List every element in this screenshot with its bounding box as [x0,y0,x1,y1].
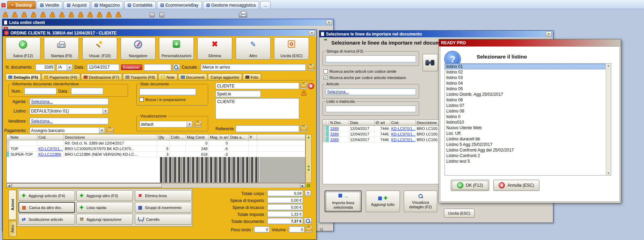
tab-desktop[interactable]: Desktop [7,1,36,9]
list-item[interactable]: Listino 08 [445,108,611,114]
data-input[interactable]: 12/04/2017 [87,64,119,71]
visualizzazione-folder-button[interactable] [195,121,202,127]
listino-select[interactable]: DEFAULT(listino 01) [30,108,108,114]
insert-groups-button[interactable]: Gruppi di inserimento [135,202,192,213]
chevron-down-icon[interactable] [187,121,192,127]
scroll-down-icon[interactable]: ▼ [607,172,610,175]
tab-acquisti[interactable]: Acquisti [63,1,90,9]
search-input[interactable] [326,55,416,62]
list-item[interactable]: Listino Confronti Agg del 25/02/2017 [445,147,611,153]
view-detail-button[interactable]: Visualizza dettaglio (F2) [404,191,437,212]
scroll-up-icon[interactable] [307,135,310,139]
table-row[interactable]: TOP KD-LC970/1... BRO LC1000/51/57/970 B… [7,146,305,152]
list-item[interactable]: listino 05 [445,86,611,92]
indirizzo-textarea[interactable]: CLIENTE [215,98,299,119]
col-data[interactable]: Data a... [229,134,249,140]
add-other-button[interactable]: Aggiungi altro (F3) [76,190,133,201]
suffix-select[interactable]: /A [56,64,73,71]
delete-line-button[interactable]: Elimina linea [135,190,192,201]
table-row[interactable]: SUPER-TOP KD-LC123BK BRO LC123BK (NEW VE… [7,152,305,157]
user-shortcut-icon[interactable] [88,12,92,17]
exit-button[interactable]: Uscita (ESC) [274,37,309,60]
table-vertical-scrollbar[interactable] [305,134,312,183]
load-from-doc-button[interactable]: Carica da altro doc. [18,202,75,213]
col-ndoc[interactable]: N.Doc. [329,120,349,125]
tool-shortcut-icon[interactable] [159,13,164,17]
refresh-recycle-icon[interactable] [306,183,311,188]
article-code-link[interactable]: KD-LC970/1... [391,126,416,131]
list-item[interactable]: Listino duracell bb [445,136,611,142]
delete-button[interactable]: Elimina [197,37,232,60]
col-cod[interactable]: Cod. [37,134,64,140]
tab-more[interactable]: ... [260,1,271,9]
tool-shortcut-icon[interactable] [150,13,154,17]
tab-ecommerce[interactable]: Ecommerce/eBay [157,1,202,9]
tab-campi-aggiuntivi[interactable]: Campi aggiuntivi [208,73,242,80]
user-shortcut-icon[interactable] [3,12,7,17]
chevron-down-icon[interactable] [67,64,72,70]
execute-search-button[interactable] [423,54,438,71]
article-code-link[interactable]: KD-LC970/1... [391,132,416,136]
list-item[interactable]: List. Uff. [445,131,611,136]
list-item[interactable]: listino 01 [445,64,611,69]
rif-data-input[interactable] [71,88,103,94]
table-row[interactable]: Rif. Ord.cl. N. 3389 del 12/04/2017 0 0 [7,140,305,146]
col-data[interactable]: Data [349,120,374,125]
col-p[interactable]: P [249,134,257,140]
list-item[interactable]: Listino Confronti 2 [445,153,611,158]
col-note[interactable]: Note [9,134,37,140]
articolo-field[interactable]: Seleziona... [326,88,416,95]
add-repair-button[interactable]: Aggiungi riparazione [76,214,133,225]
volume-input[interactable]: 0 [289,226,304,232]
doc-link[interactable]: 3389 [330,126,339,131]
similar-code-checkbox[interactable] [324,69,328,73]
chevron-down-icon[interactable] [103,108,108,114]
side-tab-altro[interactable]: Altro [8,221,16,237]
article-code-link[interactable]: KD-LC123BK [38,152,61,156]
scroll-up-icon[interactable] [307,164,310,168]
col-mag-arr[interactable]: Mag. in arr. [209,134,229,140]
customizations-button[interactable]: Personalizzazioni [159,37,194,60]
list-item[interactable]: listino 06 [445,97,611,103]
pagamento-select[interactable]: Assegno bancario [30,127,105,134]
causale-folder-button[interactable] [308,64,315,71]
scroll-up-icon[interactable]: ▲ [607,64,610,67]
tab-trasporto[interactable]: Trasporto (F8) [123,73,158,80]
list-item[interactable]: Listino test 5 [445,158,611,164]
user-shortcut-icon[interactable] [31,12,36,17]
totale-search-button[interactable] [304,218,312,224]
import-selected-line-button[interactable]: Importa linea selezionata [325,191,362,212]
pagamento-folder-button[interactable] [107,127,114,134]
col-qty[interactable]: Qty [157,134,170,140]
tab-contabilita[interactable]: Contabilità [124,1,156,9]
tab-foto[interactable]: Foto [243,73,261,80]
exit-button[interactable]: Uscita (ESC) [444,209,475,218]
cliente-input[interactable]: CLIENTE [215,83,299,89]
user-shortcut-icon[interactable] [97,12,101,17]
col-mag-centr[interactable]: Mag Centr. [186,134,209,140]
navigator-button[interactable]: Navigatore [121,37,156,60]
doc-link[interactable]: 3389 [330,132,339,136]
other-button[interactable]: Altro [236,37,271,60]
n-documento-input[interactable]: 3385 [36,64,55,71]
tab-destinazione[interactable]: Destinazione (F7) [81,73,122,80]
user-shortcut-icon[interactable] [12,12,17,17]
help-button[interactable]: ? [305,190,311,196]
agente-select-link[interactable]: Seleziona... [31,99,53,104]
add-all-button[interactable]: Aggiungi tutto [366,191,400,212]
close-icon[interactable] [309,30,315,36]
quick-list-button[interactable]: Lista rapida [76,202,133,213]
peso-lordo-input[interactable]: 0 [254,226,270,232]
peso-folder-button[interactable] [305,226,312,233]
user-shortcut-icon[interactable] [106,12,111,17]
tab-dettaglio[interactable]: Dettaglio (F5) [6,73,41,80]
list-item[interactable]: Listino Distrib. Agg 25/02/2017 [445,92,611,97]
list-item[interactable]: listino010 [445,119,611,125]
close-icon[interactable] [326,20,332,25]
user-shortcut-icon[interactable] [116,12,120,17]
scroll-down-icon[interactable] [307,168,310,172]
person-icon[interactable] [301,90,306,96]
side-tab-azioni[interactable]: Azioni [8,190,16,220]
list-item[interactable]: Nuovo Utente Web [445,125,611,131]
tab-note[interactable]: Note [158,73,177,80]
